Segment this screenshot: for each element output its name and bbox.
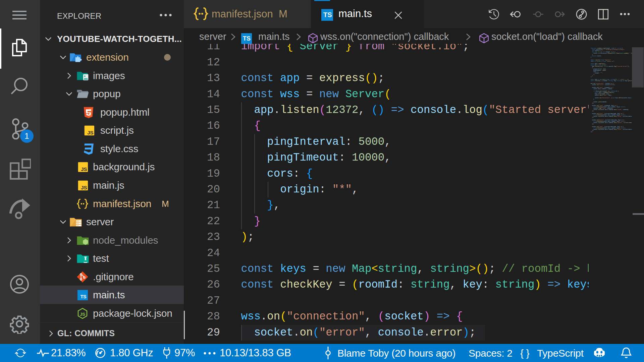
svg-text:JS: JS: [81, 166, 87, 172]
svg-text:JS: JS: [80, 311, 85, 316]
svg-text:JS: JS: [87, 130, 93, 135]
svg-text:JS: JS: [81, 185, 87, 190]
svg-text:TS: TS: [80, 294, 87, 299]
